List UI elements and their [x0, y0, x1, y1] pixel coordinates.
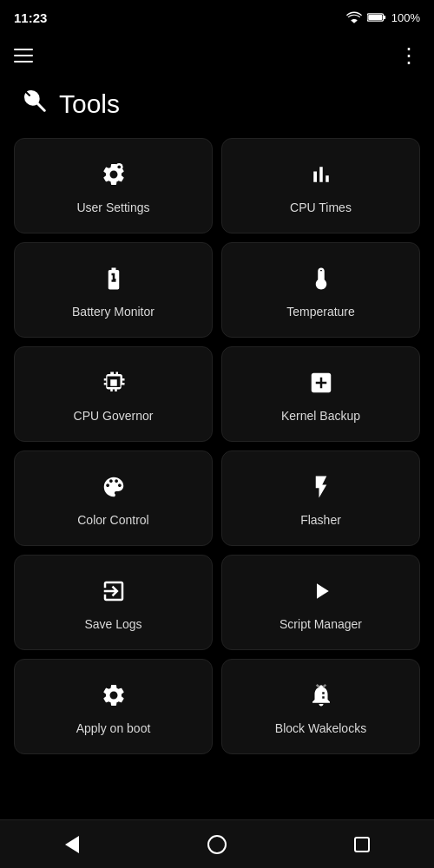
thermometer-icon — [308, 266, 334, 296]
tool-cpu-times-label: CPU Times — [290, 201, 352, 214]
tool-script-manager[interactable]: Script Manager — [221, 555, 420, 650]
alarm-snooze-icon — [308, 682, 334, 713]
tool-script-manager-label: Script Manager — [279, 617, 362, 631]
tool-user-settings[interactable]: User Settings — [14, 138, 213, 233]
tool-color-control-label: Color Control — [77, 513, 148, 527]
tool-cpu-governor-label: CPU Governor — [74, 409, 154, 423]
tool-block-wakelocks[interactable]: Block Wakelocks — [221, 659, 420, 754]
login-arrow-icon — [101, 578, 127, 608]
menu-button[interactable] — [14, 49, 33, 62]
battery-percent: 100% — [391, 11, 420, 24]
tool-temperature[interactable]: Temperature — [221, 242, 420, 338]
status-bar: 11:23 100% — [0, 0, 434, 31]
home-circle-icon — [207, 835, 227, 854]
bolt-icon — [308, 474, 334, 504]
tool-kernel-backup[interactable]: Kernel Backup — [221, 346, 420, 442]
status-icons: 100% — [346, 11, 420, 24]
settings-icon — [101, 161, 127, 192]
tool-apply-on-boot[interactable]: Apply on boot — [14, 659, 213, 754]
tool-save-logs-label: Save Logs — [84, 617, 141, 631]
tool-color-control[interactable]: Color Control — [14, 450, 213, 546]
home-button[interactable] — [201, 829, 233, 860]
tool-kernel-backup-label: Kernel Backup — [281, 409, 360, 423]
tool-cpu-times[interactable]: CPU Times — [221, 138, 420, 233]
bottom-nav — [0, 819, 434, 868]
more-options-button[interactable]: ⋮ — [398, 43, 420, 68]
chip-icon — [101, 370, 127, 400]
page-header: Tools — [0, 80, 434, 138]
back-button[interactable] — [56, 829, 88, 860]
page-title: Tools — [59, 89, 120, 119]
tool-apply-on-boot-label: Apply on boot — [76, 721, 151, 735]
plus-box-icon — [308, 370, 334, 400]
tool-flasher[interactable]: Flasher — [221, 450, 420, 546]
tool-block-wakelocks-label: Block Wakelocks — [275, 721, 366, 735]
wifi-icon — [346, 11, 362, 23]
palette-icon — [101, 474, 127, 504]
wrench-icon — [21, 87, 49, 121]
top-bar: ⋮ — [0, 31, 434, 80]
bar-chart-icon — [308, 161, 334, 192]
back-arrow-icon — [65, 836, 79, 853]
gear-icon — [101, 682, 127, 713]
status-time: 11:23 — [14, 10, 47, 25]
svg-rect-1 — [368, 15, 382, 20]
tool-temperature-label: Temperature — [286, 305, 355, 319]
recents-button[interactable] — [346, 829, 378, 860]
tool-save-logs[interactable]: Save Logs — [14, 555, 213, 650]
tools-grid: User Settings CPU Times Battery Monitor — [0, 138, 434, 768]
svg-rect-2 — [384, 16, 385, 19]
tool-cpu-governor[interactable]: CPU Governor — [14, 346, 213, 442]
battery-icon — [367, 12, 386, 23]
tool-battery-monitor-label: Battery Monitor — [72, 305, 155, 319]
play-icon — [308, 578, 334, 608]
tool-flasher-label: Flasher — [300, 513, 341, 527]
recents-square-icon — [354, 837, 370, 852]
tool-user-settings-label: User Settings — [76, 201, 149, 214]
tool-battery-monitor[interactable]: Battery Monitor — [14, 242, 213, 338]
battery-monitor-icon — [101, 266, 127, 296]
